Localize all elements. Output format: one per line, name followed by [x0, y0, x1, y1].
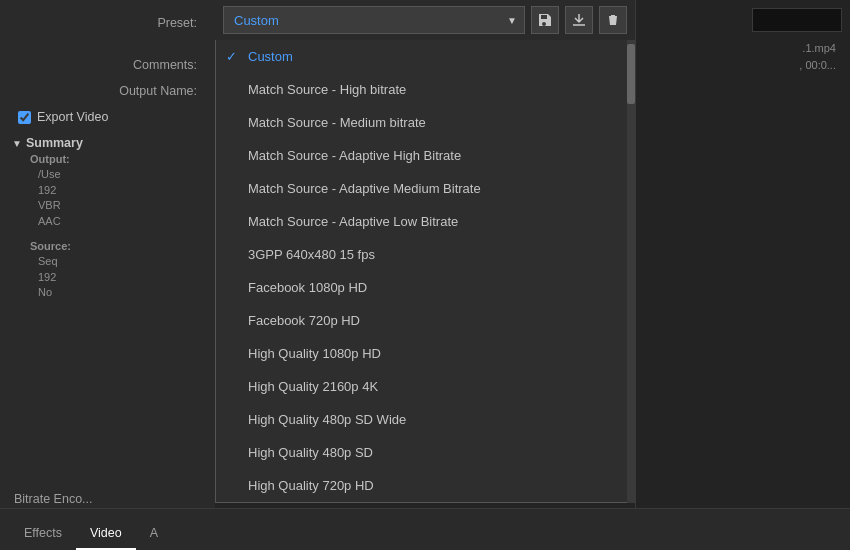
save-icon — [537, 12, 553, 28]
dropdown-item-match-adaptive-high[interactable]: Match Source - Adaptive High Bitrate — [216, 139, 634, 172]
bottom-tabs: Effects Video A — [0, 508, 850, 550]
left-panel: Preset: Comments: Output Name: Export Vi… — [0, 0, 215, 550]
dropdown-item-match-high[interactable]: Match Source - High bitrate — [216, 73, 634, 106]
save-preset-button[interactable] — [531, 6, 559, 34]
dropdown-item-custom[interactable]: Custom — [216, 40, 634, 73]
dropdown-item-hq-480[interactable]: High Quality 480p SD — [216, 436, 634, 469]
dropdown-scrollbar[interactable] — [627, 40, 635, 503]
tab-audio[interactable]: A — [136, 518, 172, 550]
output-name-label: Output Name: — [119, 84, 197, 98]
dropdown-list-wrapper: Custom Match Source - High bitrate Match… — [215, 40, 635, 503]
dropdown-item-match-adaptive-medium[interactable]: Match Source - Adaptive Medium Bitrate — [216, 172, 634, 205]
dropdown-item-fb-1080[interactable]: Facebook 1080p HD — [216, 271, 634, 304]
right-panel: .1.mp4 , 00:0... — [635, 0, 850, 550]
dropdown-list: Custom Match Source - High bitrate Match… — [215, 40, 635, 503]
bitrate-label: Bitrate Enco... — [14, 492, 93, 506]
preset-selected-value: Custom — [234, 13, 279, 28]
preset-dropdown-trigger[interactable]: Custom — [223, 6, 525, 34]
output-name-label-row: Output Name: — [0, 78, 215, 104]
summary-section: ▼ Summary Output: /Use192VBRAAC Source: … — [0, 130, 215, 309]
dropdown-item-hq-4k[interactable]: High Quality 2160p 4K — [216, 370, 634, 403]
source-info: Seq192No — [30, 254, 215, 300]
delete-preset-button[interactable] — [599, 6, 627, 34]
comments-label-row: Comments: — [0, 52, 215, 78]
preset-select-wrapper: Custom ▼ — [223, 6, 525, 34]
tab-effects[interactable]: Effects — [10, 518, 76, 550]
output-path: /Use192VBRAAC — [30, 167, 215, 229]
output-summary: Output: /Use192VBRAAC — [12, 150, 215, 231]
dropdown-item-hq-720[interactable]: High Quality 720p HD — [216, 469, 634, 502]
import-preset-button[interactable] — [565, 6, 593, 34]
delete-icon — [606, 13, 620, 27]
preset-label-row: Preset: — [0, 10, 215, 36]
dropdown-item-3gpp[interactable]: 3GPP 640x480 15 fps — [216, 238, 634, 271]
summary-title: ▼ Summary — [12, 136, 215, 150]
preset-label: Preset: — [157, 16, 197, 30]
dropdown-item-match-adaptive-low[interactable]: Match Source - Adaptive Low Bitrate — [216, 205, 634, 238]
export-video-label: Export Video — [37, 110, 108, 124]
right-file-info: .1.mp4 , 00:0... — [799, 40, 836, 73]
preset-bar: Custom ▼ — [215, 0, 635, 40]
summary-chevron-icon: ▼ — [12, 138, 22, 149]
dropdown-container: Custom ▼ Custom Match Source - High bitr… — [215, 0, 635, 503]
dropdown-item-hq-1080[interactable]: High Quality 1080p HD — [216, 337, 634, 370]
dropdown-item-hq-480-wide[interactable]: High Quality 480p SD Wide — [216, 403, 634, 436]
tab-video[interactable]: Video — [76, 518, 136, 550]
source-summary: Source: Seq192No — [12, 237, 215, 303]
export-video-checkbox[interactable] — [18, 111, 31, 124]
dropdown-scrollbar-thumb — [627, 44, 635, 104]
comments-label: Comments: — [133, 58, 197, 72]
import-icon — [571, 12, 587, 28]
export-video-row: Export Video — [0, 104, 215, 130]
output-filename-box — [752, 8, 842, 32]
dropdown-item-match-medium[interactable]: Match Source - Medium bitrate — [216, 106, 634, 139]
dropdown-item-fb-720[interactable]: Facebook 720p HD — [216, 304, 634, 337]
